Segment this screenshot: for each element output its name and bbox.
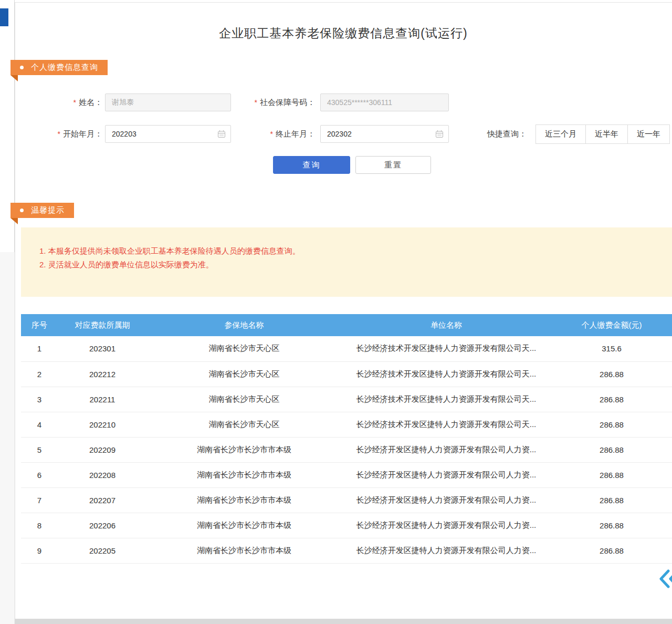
quick-query-label: 快捷查询： [487, 129, 531, 139]
col-header-period: 对应费款所属期 [58, 314, 147, 336]
table-row: 5202209湖南省长沙市长沙市市本级长沙经济开发区捷特人力资源开发有限公司人力… [21, 437, 672, 462]
table-cell: 长沙经济技术开发区捷特人力资源开发有限公司天... [341, 387, 551, 412]
table-cell: 2 [21, 361, 58, 387]
quick-query-group: 近三个月 近半年 近一年 [536, 124, 670, 144]
quick-btn-last-year[interactable]: 近一年 [627, 124, 670, 144]
name-label: *姓名： [42, 98, 102, 108]
sidebar-collapsed-tab[interactable] [0, 8, 8, 26]
table-cell: 286.88 [551, 437, 672, 462]
col-header-index: 序号 [21, 314, 58, 336]
table-cell: 286.88 [551, 487, 672, 513]
tip-line: 1. 本服务仅提供尚未领取企业职工基本养老保险待遇人员的缴费信息查询。 [39, 244, 672, 258]
section-badge-personal-query: 个人缴费信息查询 [10, 60, 108, 75]
table-cell: 286.88 [551, 538, 672, 563]
table-cell: 长沙经济开发区捷特人力资源开发有限公司人力资... [341, 538, 551, 563]
table-cell: 湖南省长沙市长沙市市本级 [147, 437, 341, 462]
table-cell: 长沙经济开发区捷特人力资源开发有限公司人力资... [341, 437, 551, 462]
col-header-amount: 个人缴费金额(元) [551, 314, 672, 336]
table-cell: 3 [21, 387, 58, 412]
ssn-label: *社会保障号码： [235, 98, 315, 108]
table-row: 8202206湖南省长沙市长沙市市本级长沙经济开发区捷特人力资源开发有限公司人力… [21, 513, 672, 538]
end-month-label: *终止年月： [235, 129, 315, 139]
end-month-input[interactable] [320, 125, 449, 143]
required-asterisk: * [74, 98, 76, 107]
table-cell: 286.88 [551, 412, 672, 437]
table-row: 9202205湖南省长沙市长沙市市本级长沙经济开发区捷特人力资源开发有限公司人力… [21, 538, 672, 563]
table-header-row: 序号 对应费款所属期 参保地名称 单位名称 个人缴费金额(元) [21, 314, 672, 336]
table-cell: 286.88 [551, 387, 672, 412]
bullet-icon [20, 66, 24, 69]
payment-table-body: 1202301湖南省长沙市天心区长沙经济技术开发区捷特人力资源开发有限公司天..… [21, 336, 672, 563]
table-cell: 9 [21, 538, 58, 563]
col-header-insured-place: 参保地名称 [147, 314, 341, 336]
table-cell: 202207 [58, 487, 147, 513]
bottom-scrollbar[interactable] [15, 619, 672, 624]
table-cell: 长沙经济开发区捷特人力资源开发有限公司人力资... [341, 487, 551, 513]
table-cell: 6 [21, 462, 58, 487]
section-badge-label: 温馨提示 [31, 205, 65, 215]
quick-btn-last-half-year[interactable]: 近半年 [585, 124, 628, 144]
table-row: 4202210湖南省长沙市天心区长沙经济技术开发区捷特人力资源开发有限公司天..… [21, 412, 672, 437]
table-cell: 202208 [58, 462, 147, 487]
table-row: 3202211湖南省长沙市天心区长沙经济技术开发区捷特人力资源开发有限公司天..… [21, 387, 672, 412]
table-cell: 长沙经济开发区捷特人力资源开发有限公司人力资... [341, 462, 551, 487]
table-cell: 湖南省长沙市天心区 [147, 336, 341, 361]
table-cell: 202206 [58, 513, 147, 538]
start-month-input[interactable] [105, 125, 231, 143]
table-cell: 湖南省长沙市长沙市市本级 [147, 538, 341, 563]
table-cell: 5 [21, 437, 58, 462]
reset-button[interactable]: 重置 [355, 156, 431, 174]
table-cell: 8 [21, 513, 58, 538]
bullet-icon [20, 209, 24, 212]
required-asterisk: * [270, 130, 273, 138]
col-header-employer: 单位名称 [341, 314, 551, 336]
collapse-double-chevron-icon[interactable] [657, 568, 672, 591]
page-title: 企业职工基本养老保险缴费信息查询(试运行) [15, 25, 672, 41]
ssn-input[interactable] [320, 93, 449, 111]
table-cell: 4 [21, 412, 58, 437]
table-cell: 286.88 [551, 361, 672, 387]
table-row: 7202207湖南省长沙市长沙市市本级长沙经济开发区捷特人力资源开发有限公司人力… [21, 487, 672, 513]
table-row: 1202301湖南省长沙市天心区长沙经济技术开发区捷特人力资源开发有限公司天..… [21, 336, 672, 361]
tips-box: 1. 本服务仅提供尚未领取企业职工基本养老保险待遇人员的缴费信息查询。 2. 灵… [21, 227, 672, 297]
table-cell: 315.6 [551, 336, 672, 361]
table-cell: 202211 [58, 387, 147, 412]
table-cell: 湖南省长沙市长沙市市本级 [147, 513, 341, 538]
table-cell: 202301 [58, 336, 147, 361]
table-cell: 202210 [58, 412, 147, 437]
required-asterisk: * [255, 98, 257, 107]
table-cell: 7 [21, 487, 58, 513]
table-cell: 202205 [58, 538, 147, 563]
section-badge-label: 个人缴费信息查询 [31, 63, 98, 72]
query-button[interactable]: 查询 [273, 156, 350, 174]
table-row: 6202208湖南省长沙市长沙市市本级长沙经济开发区捷特人力资源开发有限公司人力… [21, 462, 672, 487]
left-sidebar-bottom [0, 252, 15, 624]
payment-table: 序号 对应费款所属期 参保地名称 单位名称 个人缴费金额(元) 1202301湖… [21, 314, 672, 564]
table-cell: 1 [21, 336, 58, 361]
name-input[interactable] [105, 93, 231, 111]
start-month-label: *开始年月： [42, 129, 102, 139]
table-row: 2202212湖南省长沙市天心区长沙经济技术开发区捷特人力资源开发有限公司天..… [21, 361, 672, 387]
table-cell: 长沙经济开发区捷特人力资源开发有限公司人力资... [341, 513, 551, 538]
table-cell: 长沙经济技术开发区捷特人力资源开发有限公司天... [341, 336, 551, 361]
table-cell: 湖南省长沙市长沙市市本级 [147, 462, 341, 487]
table-cell: 286.88 [551, 513, 672, 538]
table-cell: 湖南省长沙市天心区 [147, 412, 341, 437]
quick-btn-last-3-months[interactable]: 近三个月 [536, 124, 586, 144]
table-cell: 长沙经济技术开发区捷特人力资源开发有限公司天... [341, 412, 551, 437]
table-cell: 202212 [58, 361, 147, 387]
page: 企业职工基本养老保险缴费信息查询(试运行) 个人缴费信息查询 *姓名： *社会保… [0, 0, 672, 624]
section-badge-tips: 温馨提示 [10, 203, 74, 218]
tip-line: 2. 灵活就业人员的缴费单位信息以实际缴费为准。 [39, 258, 672, 272]
table-cell: 湖南省长沙市天心区 [147, 387, 341, 412]
table-cell: 湖南省长沙市天心区 [147, 361, 341, 387]
table-cell: 286.88 [551, 462, 672, 487]
table-cell: 湖南省长沙市长沙市市本级 [147, 487, 341, 513]
required-asterisk: * [58, 130, 60, 138]
table-cell: 202209 [58, 437, 147, 462]
table-cell: 长沙经济技术开发区捷特人力资源开发有限公司天... [341, 361, 551, 387]
